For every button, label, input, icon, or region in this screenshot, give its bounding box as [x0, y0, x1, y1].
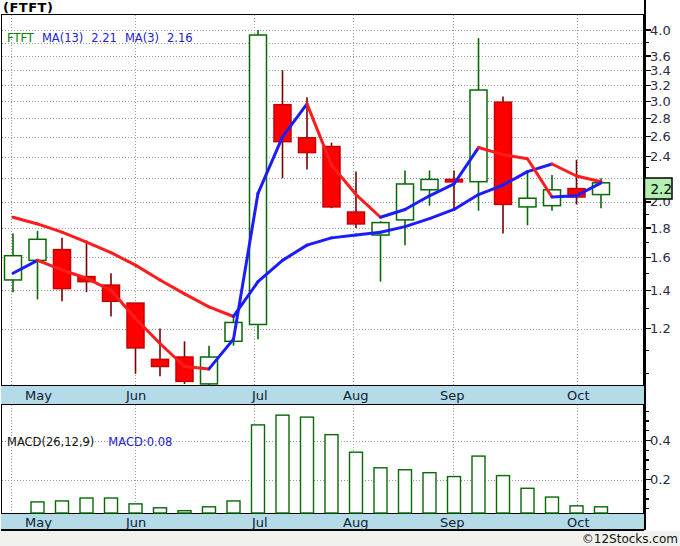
legend-symbol: FTFT [7, 31, 34, 45]
legend-ma13-value: 2.21 [91, 31, 117, 45]
candle-body-up [470, 90, 487, 182]
macd-bar [595, 507, 608, 513]
macd-bar [80, 498, 93, 513]
macd-value-label: MACD:0.08 [108, 435, 172, 449]
macd-bar [423, 473, 436, 513]
axis-tick-label: 1.4 [650, 283, 671, 298]
candle-body-up [519, 198, 536, 207]
macd-bar [105, 498, 118, 513]
macd-bar [154, 508, 167, 513]
axis-tick-label: 2.6 [650, 129, 671, 144]
candle-body-up [29, 239, 46, 260]
macd-bar [497, 476, 510, 513]
axis-tick-label: 3.4 [650, 63, 671, 78]
watermark: ©12Stocks.com [582, 532, 678, 546]
macd-bar [203, 507, 216, 513]
legend-ma13-label: MA(13) [42, 31, 83, 45]
candle-body-up [421, 179, 438, 189]
month-label: Jun [125, 388, 146, 403]
macd-bar [31, 502, 44, 513]
candle-body-down [348, 212, 365, 224]
chart-svg: 4.03.63.43.23.02.82.62.42.01.81.61.41.20… [0, 0, 680, 546]
candle-body-down [152, 359, 169, 366]
axis-tick-label: 3.0 [650, 94, 671, 109]
macd-bar [227, 501, 240, 513]
macd-bar [276, 415, 289, 513]
axis-tick-label: 0.2 [650, 472, 671, 487]
stock-chart-page: ©12Stocks.com 4.03.63.43.23.02.82.62.42.… [0, 0, 680, 546]
axis-tick-label: 2.4 [650, 149, 671, 164]
month-label: Aug [343, 388, 368, 403]
last-price-box: 2.2 [645, 178, 673, 199]
candle-body-down [299, 138, 316, 153]
macd-histogram [31, 415, 608, 513]
right-axis: 4.03.63.43.23.02.82.62.42.01.81.61.41.20… [645, 0, 671, 530]
macd-bar [546, 497, 559, 513]
legend-ma3-value: 2.16 [167, 31, 193, 45]
macd-bar [56, 501, 69, 513]
price-legend: FTFT MA(13) 2.21 MA(3) 2.16 [7, 31, 680, 45]
macd-bar [570, 506, 583, 513]
month-label: Jul [251, 388, 268, 403]
macd-params-label: MACD(26,12,9) [7, 435, 94, 449]
last-price-label: 2.2 [651, 181, 672, 197]
axis-tick-label: 3.6 [650, 49, 671, 64]
month-label: May [25, 388, 52, 403]
month-label: Jun [125, 515, 146, 530]
candle-body-up [397, 184, 414, 220]
axis-tick-label: 1.6 [650, 250, 671, 265]
macd-bar [521, 488, 534, 513]
axis-tick-label: 2.8 [650, 111, 671, 126]
macd-bar [301, 417, 314, 513]
axis-tick-label: 1.2 [650, 321, 671, 336]
macd-bar [129, 504, 142, 513]
axis-tick-label: 1.8 [650, 221, 671, 236]
candles [5, 30, 610, 385]
chart-title: (FTFT) [3, 0, 680, 15]
month-label: Oct [567, 388, 589, 403]
month-label: Oct [567, 515, 589, 530]
month-label: Sep [440, 515, 465, 530]
month-label: May [25, 515, 52, 530]
macd-bar [448, 477, 461, 513]
candle-body-up [5, 256, 22, 280]
macd-bar [350, 452, 363, 513]
axis-tick-label: 3.2 [650, 78, 671, 93]
macd-legend: MACD(26,12,9) MACD:0.08 [7, 435, 680, 449]
ma-line-MA13 [13, 164, 601, 316]
month-label: Sep [440, 388, 465, 403]
legend-ma3-label: MA(3) [125, 31, 159, 45]
macd-bar [374, 468, 387, 513]
macd-bar [178, 511, 191, 513]
candle-body-down [323, 147, 340, 207]
month-label: Jul [251, 515, 268, 530]
macd-bar [472, 456, 485, 513]
month-label: Aug [343, 515, 368, 530]
macd-bar [399, 470, 412, 513]
